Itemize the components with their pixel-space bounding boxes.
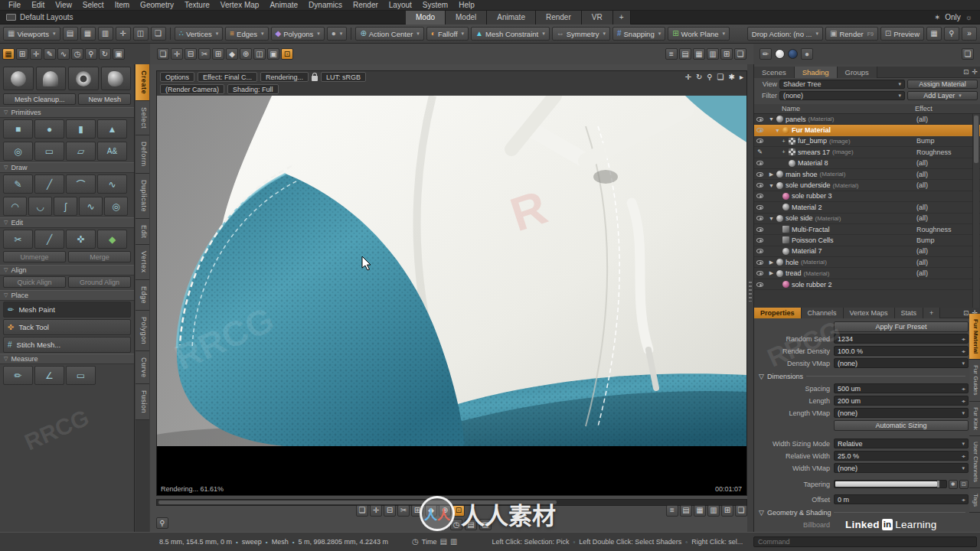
menu-file[interactable]: File xyxy=(3,0,26,11)
action-center-button[interactable]: ⊕ Action Center ▾ xyxy=(355,27,423,41)
effect-value[interactable]: Bump xyxy=(916,137,972,145)
tree-row-sole-rubber2[interactable]: sole rubber 2 ▾ xyxy=(754,279,980,290)
scroll-thumb[interactable] xyxy=(974,116,978,163)
zoom-icon[interactable]: ⚲ xyxy=(707,73,712,81)
visibility-eye-icon[interactable] xyxy=(754,128,766,132)
command-input[interactable] xyxy=(753,536,977,547)
active-layout-icon-button[interactable]: ▦ xyxy=(2,48,15,60)
items-mode-button[interactable]: ● ▾ xyxy=(327,27,348,41)
length-input[interactable]: 200 um◂▸ xyxy=(834,396,969,406)
collapse-button[interactable]: ⊟ xyxy=(384,505,396,517)
menu-dynamics[interactable]: Dynamics xyxy=(303,0,348,11)
tab-channels[interactable]: Channels xyxy=(802,308,844,318)
expand-icon[interactable]: ▶ xyxy=(767,270,776,276)
settings-icon[interactable]: ✱ xyxy=(729,73,735,81)
color-swatch-white[interactable] xyxy=(775,49,785,59)
tree-row-poisson-cells[interactable]: Poisson Cells Bump ▾ xyxy=(754,235,980,246)
keyframe-list-button[interactable]: ▤ xyxy=(465,519,477,530)
tree-row-panels[interactable]: ▼ panels (Material) (all) ▾ xyxy=(754,114,980,125)
history-button[interactable]: ◷ xyxy=(71,48,83,60)
menu-vertex-map[interactable]: Vertex Map xyxy=(215,0,265,11)
lamp-icon[interactable]: ☼ xyxy=(965,14,972,21)
section-dimensions[interactable]: ▽ Dimensions xyxy=(756,371,969,381)
preview-button[interactable]: ⊡ Preview xyxy=(880,27,924,41)
tab-scenes[interactable]: Scenes xyxy=(754,67,795,78)
zoom-button[interactable]: ⚲ xyxy=(85,48,97,60)
arc-down-tool-button[interactable]: ◡ xyxy=(28,197,52,216)
effect-value[interactable]: (all) xyxy=(916,116,972,123)
vertices-mode-button[interactable]: ∴ Vertices ▾ xyxy=(175,27,224,41)
section-primitives[interactable]: ▽ Primitives xyxy=(0,107,134,118)
center-button[interactable]: ⊕ xyxy=(240,48,252,60)
curve-tool-button[interactable]: ∿ xyxy=(97,174,127,194)
tab-fur-guides[interactable]: Fur Guides xyxy=(969,360,980,402)
work-plane-button[interactable]: ⊞ Work Plane ▾ xyxy=(668,27,730,41)
menu-help[interactable]: Help xyxy=(453,0,480,11)
expand-icon[interactable]: + xyxy=(779,139,788,144)
quick-align-button[interactable]: Quick Align xyxy=(3,276,66,288)
apply-fur-preset-button[interactable]: Apply Fur Preset xyxy=(834,321,969,332)
rotate-button[interactable]: ↻ xyxy=(99,48,111,60)
viewport-menu-button[interactable]: ≡ xyxy=(665,48,678,60)
only-label[interactable]: Only xyxy=(945,13,961,21)
tab-fusion[interactable]: Fusion xyxy=(136,384,149,420)
tab-vertex[interactable]: Vertex xyxy=(136,245,149,280)
stepper-arrows-icon[interactable]: ◂▸ xyxy=(962,386,965,391)
expand-icon[interactable]: ▼ xyxy=(767,116,776,122)
col-view-button[interactable]: ▥ xyxy=(707,505,720,517)
density-vmap-dropdown[interactable]: (none)▾ xyxy=(834,358,969,368)
collapse-button[interactable]: ⊟ xyxy=(185,48,197,60)
section-measure[interactable]: ▽ Measure xyxy=(0,354,134,364)
layout-cols-icon[interactable]: ▥ xyxy=(98,27,113,41)
menu-system[interactable]: System xyxy=(417,0,453,11)
capsule-tool-button[interactable]: ▱ xyxy=(66,142,96,161)
slider-handle[interactable] xyxy=(937,481,939,487)
tack-tool-button[interactable]: ✜ Tack Tool xyxy=(3,319,131,335)
symmetry-button[interactable]: ⇔ Symmetry ▾ xyxy=(552,27,610,41)
panel-splitter[interactable] xyxy=(747,64,753,551)
visibility-eye-icon[interactable] xyxy=(754,161,766,165)
tab-render[interactable]: Render xyxy=(536,11,582,24)
arc-up-tool-button[interactable]: ◠ xyxy=(3,197,27,216)
tree-row-hole[interactable]: ▶ hole (Material) (all) ▾ xyxy=(754,257,980,268)
effect-value[interactable]: (all) xyxy=(916,204,972,211)
menu-animate[interactable]: Animate xyxy=(264,0,303,11)
add-view-button[interactable]: ⊞ xyxy=(721,505,733,517)
tab-animate[interactable]: Animate xyxy=(487,11,536,24)
visibility-eye-icon[interactable] xyxy=(754,172,766,177)
ground-align-button[interactable]: Ground Align xyxy=(68,276,131,288)
pen-tool-button[interactable]: ✎ xyxy=(3,174,33,194)
slice-tool-button[interactable]: ╱ xyxy=(34,230,64,249)
effect-value[interactable]: Bump xyxy=(916,236,972,244)
mesh-cleanup-button[interactable]: Mesh Cleanup... xyxy=(3,93,76,105)
clock-icon[interactable]: ◷ xyxy=(412,538,419,546)
time-label[interactable]: Time xyxy=(422,538,437,546)
split-view-icon[interactable]: ◫ xyxy=(133,27,149,41)
angle-tool-button[interactable]: ∠ xyxy=(34,366,64,385)
visibility-eye-icon[interactable] xyxy=(754,260,766,265)
tab-vr[interactable]: VR xyxy=(582,11,613,24)
tree-row-sole-rubber3[interactable]: sole rubber 3 ▾ xyxy=(754,191,980,202)
sphere-tool-button[interactable]: ● xyxy=(34,119,64,139)
tab-polygon[interactable]: Polygon xyxy=(136,311,149,351)
add-layer-dropdown[interactable]: Add Layer ▾ xyxy=(907,91,978,100)
frame-view-icon[interactable]: ❏ xyxy=(151,27,166,41)
menu-view[interactable]: View xyxy=(50,0,77,11)
section-geometry-shading[interactable]: ▽ Geometry & Shading xyxy=(756,507,969,517)
lock-icon[interactable] xyxy=(312,76,318,81)
offset-input[interactable]: 0 m◂▸ xyxy=(834,494,969,504)
stepper-arrows-icon[interactable]: ◂▸ xyxy=(962,398,965,403)
spline-tool-button[interactable]: ʃ xyxy=(54,197,77,216)
polygons-mode-button[interactable]: ◆ Polygons ▾ xyxy=(271,27,325,41)
default-layouts-group[interactable]: Default Layouts xyxy=(0,13,199,21)
section-edit[interactable]: ▽ Edit xyxy=(0,217,134,228)
grid-view-button[interactable]: ▦ xyxy=(693,48,705,60)
sketch-tool-button[interactable]: ∿ xyxy=(79,197,103,216)
drop-action-dropdown[interactable]: Drop Action: (no ... ▾ xyxy=(747,27,823,41)
add-properties-tab[interactable]: + xyxy=(923,308,940,318)
tab-properties[interactable]: Properties xyxy=(754,308,802,318)
cube-tool-button[interactable]: ■ xyxy=(3,119,33,139)
mesh-constraint-button[interactable]: ▲ Mesh Constraint ▾ xyxy=(471,27,550,41)
section-align[interactable]: ▽ Align xyxy=(0,265,134,276)
layout-quad-icon[interactable]: ▦ xyxy=(80,27,96,41)
